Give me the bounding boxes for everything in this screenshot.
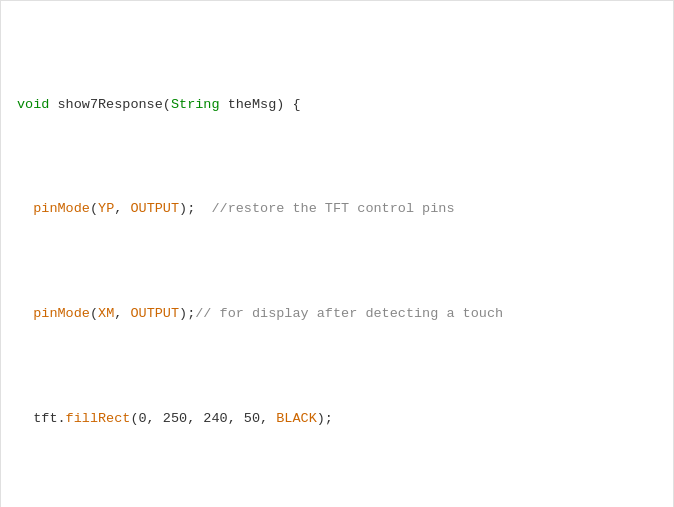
- code-container: void show7Response(String theMsg) { pinM…: [0, 0, 674, 507]
- code-line-3: pinMode(XM, OUTPUT);// for display after…: [17, 304, 657, 325]
- code-line-4: tft.fillRect(0, 250, 240, 50, BLACK);: [17, 409, 657, 430]
- code-line-1: void show7Response(String theMsg) {: [17, 95, 657, 116]
- code-line-2: pinMode(YP, OUTPUT); //restore the TFT c…: [17, 199, 657, 220]
- code-block: void show7Response(String theMsg) { pinM…: [1, 11, 673, 507]
